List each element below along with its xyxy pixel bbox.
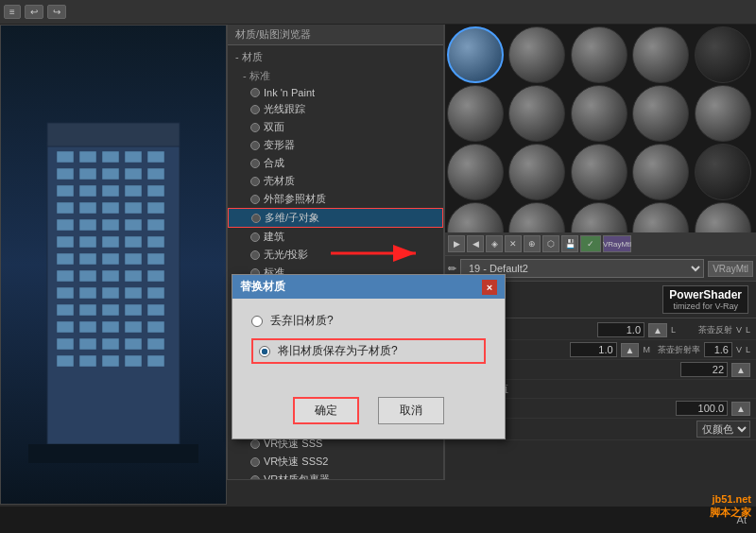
save-as-sub-option[interactable]: 将旧材质保存为子材质?: [251, 338, 486, 364]
discard-radio: [251, 316, 263, 327]
save-sub-label: 将旧材质保存为子材质?: [278, 343, 398, 359]
dialog-titlebar: 替换材质 ×: [232, 275, 505, 299]
discard-option[interactable]: 丢弃旧材质?: [251, 313, 486, 329]
dialog-ok-button[interactable]: 确定: [293, 397, 359, 424]
arrow-annotation: [321, 239, 435, 270]
discard-label: 丢弃旧材质?: [270, 313, 334, 329]
dialog-buttons: 确定 取消: [232, 387, 505, 434]
save-sub-radio: [259, 346, 270, 357]
dialog-body: 丢弃旧材质? 将旧材质保存为子材质?: [232, 299, 505, 387]
replace-material-dialog: 替换材质 × 丢弃旧材质? 将旧材质保存为子材质? 确定 取消: [232, 274, 506, 439]
dialog-close-button[interactable]: ×: [482, 280, 497, 295]
dialog-title: 替换材质: [240, 279, 285, 295]
dialog-cancel-button[interactable]: 取消: [378, 397, 444, 424]
watermark-line2: 脚本之家: [710, 506, 751, 520]
watermark-line1: jb51.net: [712, 493, 751, 505]
